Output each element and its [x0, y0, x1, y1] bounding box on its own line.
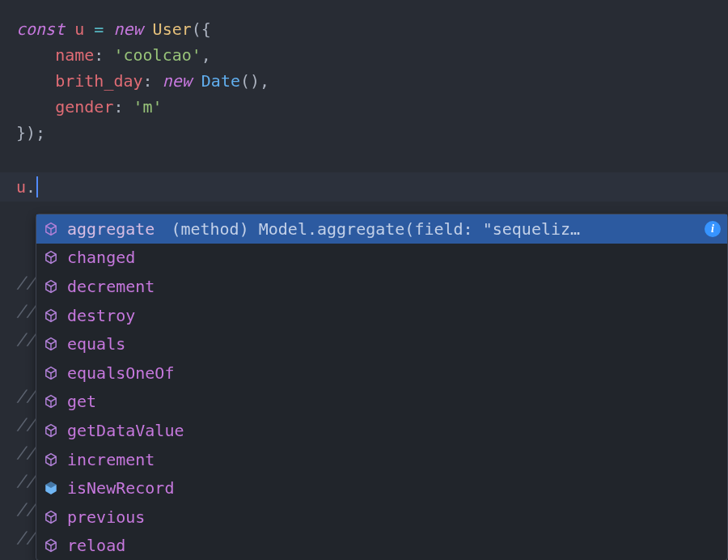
suggestion-isNewRecord[interactable]: isNewRecord [36, 473, 727, 503]
suggestion-label: aggregate [67, 216, 154, 242]
code-editor[interactable]: const u = new User({ name: 'coolcao', br… [0, 0, 728, 202]
method-icon [43, 278, 59, 295]
method-icon [43, 537, 59, 554]
suggestion-decrement[interactable]: decrement [36, 272, 727, 301]
code-line: const u = new User({ [16, 16, 728, 42]
method-icon [43, 365, 59, 381]
suggestion-changed[interactable]: changed [36, 244, 727, 273]
suggestion-label: reload [67, 532, 125, 558]
suggestion-increment[interactable]: increment [36, 445, 727, 474]
variable-u: u [74, 19, 84, 39]
suggestion-get[interactable]: get [36, 388, 727, 417]
current-line[interactable]: u. [0, 172, 728, 202]
keyword-new: new [113, 19, 142, 39]
suggestion-label: previous [67, 504, 145, 530]
method-icon [43, 221, 59, 237]
suggestion-label: equalsOneOf [67, 360, 174, 386]
method-icon [43, 422, 59, 439]
suggestion-label: changed [67, 244, 135, 270]
suggestion-previous[interactable]: previous [36, 503, 727, 532]
suggestion-detail: (method) Model.aggregate(field: "sequeli… [171, 216, 696, 242]
code-line: brith_day: new Date(), [16, 68, 728, 94]
method-icon [43, 336, 59, 352]
method-icon [43, 249, 59, 265]
suggestion-aggregate[interactable]: aggregate(method) Model.aggregate(field:… [36, 214, 727, 244]
code-line: gender: 'm' [16, 94, 728, 120]
suggestion-equals[interactable]: equals [36, 329, 727, 358]
field-icon [43, 480, 59, 496]
suggestion-label: getDataValue [67, 418, 184, 443]
suggestion-reload[interactable]: reload [36, 532, 727, 560]
keyword-const: const [16, 19, 65, 39]
suggestion-label: equals [67, 331, 125, 357]
suggestion-destroy[interactable]: destroy [36, 301, 727, 330]
intellisense-popup[interactable]: aggregate(method) Model.aggregate(field:… [36, 214, 728, 560]
method-icon [43, 308, 59, 324]
code-line: name: 'coolcao', [16, 42, 728, 68]
blank-line [16, 146, 728, 172]
suggestion-label: isNewRecord [67, 475, 174, 501]
suggestion-label: get [67, 388, 96, 414]
background-comments: // // // // // // // // // [16, 240, 36, 551]
method-icon [43, 509, 59, 525]
info-icon[interactable]: i [705, 221, 721, 237]
suggestion-equalsOneOf[interactable]: equalsOneOf [36, 358, 727, 388]
method-icon [43, 452, 59, 468]
text-cursor [36, 176, 38, 197]
suggestion-label: destroy [67, 303, 135, 329]
suggestion-getDataValue[interactable]: getDataValue [36, 416, 727, 445]
class-user: User [153, 19, 192, 39]
code-line: }); [16, 120, 728, 146]
method-icon [43, 393, 59, 409]
suggestion-label: increment [67, 447, 154, 473]
suggestion-label: decrement [67, 274, 154, 299]
